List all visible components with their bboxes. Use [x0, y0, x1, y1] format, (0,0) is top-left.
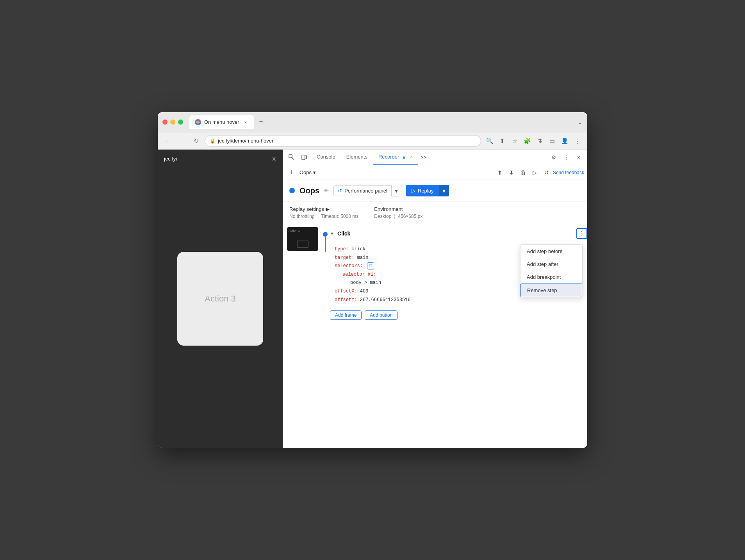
search-icon[interactable]: 🔍 — [484, 136, 495, 146]
recording-select[interactable]: Oops ▾ — [299, 169, 316, 175]
minimize-button[interactable] — [170, 119, 175, 125]
tab-close-icon[interactable]: × — [242, 119, 249, 125]
step-collapse-icon[interactable]: ▼ — [330, 231, 334, 236]
inspect-element-icon[interactable] — [286, 152, 297, 163]
title-bar: 🎯 On menu hover × + ⌄ — [158, 112, 587, 132]
step-actions-row: Add frame Add button — [330, 307, 587, 321]
sidebar-icon[interactable]: ▭ — [547, 136, 558, 146]
code-offsetX-val: 409 — [360, 289, 369, 294]
env-size-label: 456×685 px — [398, 214, 422, 219]
add-breakpoint-label: Add breakpoint — [527, 274, 561, 280]
tab-recorder[interactable]: Recorder ▲ × — [373, 150, 418, 165]
thumbnail-image: Action 1 — [287, 227, 318, 251]
send-feedback-link[interactable]: Send feedback — [553, 170, 584, 175]
replay-settings-arrow: ▶ — [326, 206, 330, 212]
profile-icon[interactable]: 👤 — [559, 136, 570, 146]
undo-recording-icon[interactable]: ↺ — [541, 167, 552, 178]
replay-settings-subtitle: No throttling Timeout: 5000 ms — [289, 214, 358, 219]
step-kebab-button[interactable]: ⋮ Add step before Add step after — [576, 228, 587, 239]
add-step-after-item[interactable]: Add step after — [520, 258, 582, 271]
replay-icon: ▷ — [412, 188, 415, 194]
replay-label: Replay — [418, 188, 433, 194]
sub-toolbar-icons: ⬆ ⬇ 🗑 ▷ ↺ Send feedback — [494, 167, 584, 178]
code-offsetY-key: offsetY: — [335, 297, 357, 303]
step-dot — [323, 232, 328, 237]
remove-step-label: Remove step — [527, 287, 557, 293]
step-thumbnail: Action 1 — [283, 224, 322, 254]
replay-chevron-icon: ▾ — [442, 187, 446, 194]
nav-icons: 🔍 ⬆ ☆ 🧩 ⚗ ▭ 👤 ⋮ — [484, 136, 583, 146]
more-options-icon[interactable]: ⋮ — [572, 136, 583, 146]
step-type-label: Click — [337, 230, 350, 237]
add-frame-button[interactable]: Add frame — [330, 310, 362, 320]
replay-settings-title[interactable]: Replay settings ▶ — [289, 206, 358, 212]
perf-panel-label: Performance panel — [344, 188, 387, 194]
extensions-icon[interactable]: 🧩 — [522, 136, 533, 146]
star-icon[interactable]: ☆ — [509, 136, 520, 146]
maximize-button[interactable] — [178, 119, 183, 125]
replay-settings-section: Replay settings ▶ No throttling Timeout:… — [289, 206, 358, 219]
remove-step-item[interactable]: Remove step — [520, 284, 582, 297]
add-breakpoint-item[interactable]: Add breakpoint — [520, 271, 582, 284]
tab-favicon: 🎯 — [195, 119, 201, 125]
environment-label: Environment — [374, 206, 403, 212]
svg-rect-1 — [302, 155, 305, 160]
steps-area: Action 1 ▼ — [283, 224, 587, 448]
tab-elements[interactable]: Elements — [341, 150, 373, 165]
env-divider — [394, 214, 395, 219]
sun-icon[interactable]: ☀ — [271, 155, 277, 164]
recording-dropdown-icon: ▾ — [313, 169, 316, 175]
devtools-tabs: Console Elements Recorder ▲ × >> — [311, 150, 547, 165]
new-tab-button[interactable]: + — [256, 117, 267, 128]
close-button[interactable] — [162, 119, 168, 125]
refresh-button[interactable]: ↻ — [191, 136, 201, 146]
devtools-settings-icon[interactable]: ⚙ — [548, 152, 559, 163]
add-step-before-item[interactable]: Add step before — [520, 245, 582, 258]
environment-section: Environment Desktop 456×685 px — [374, 206, 422, 219]
delete-recording-icon[interactable]: 🗑 — [518, 167, 529, 178]
code-selectors-key: selectors: — [335, 263, 363, 269]
more-devtools-tabs[interactable]: >> — [418, 154, 429, 160]
perf-panel-group: ↺ Performance panel ▾ — [333, 185, 401, 196]
perf-panel-button[interactable]: ↺ Performance panel — [333, 185, 391, 196]
recorder-indicator: ▲ — [401, 154, 406, 160]
code-offsetY-val: 367.66666412353516 — [360, 297, 411, 303]
upload-recording-icon[interactable]: ⬆ — [494, 167, 505, 178]
add-recording-button[interactable]: + — [286, 167, 297, 178]
devtools-panel: Console Elements Recorder ▲ × >> — [283, 150, 587, 448]
device-toggle-icon[interactable] — [299, 152, 310, 163]
selector-cursor-icon[interactable]: ⬚ — [367, 262, 374, 269]
recording-header-row: Oops ✏ ↺ Performance panel ▾ ▷ — [283, 180, 587, 202]
tab-console[interactable]: Console — [311, 150, 341, 165]
flask-icon[interactable]: ⚗ — [534, 136, 545, 146]
devtools-sub-toolbar: + Oops ▾ ⬆ ⬇ 🗑 ▷ ↺ Send feedback — [283, 165, 587, 180]
play-recording-icon[interactable]: ▷ — [529, 167, 540, 178]
settings-divider — [318, 214, 318, 219]
back-button[interactable]: ← — [162, 136, 173, 146]
replay-dropdown-button[interactable]: ▾ — [439, 185, 449, 196]
active-tab[interactable]: 🎯 On menu hover × — [189, 115, 254, 129]
step-row: Action 1 ▼ — [283, 224, 587, 325]
code-selector1-key: selector #1: — [342, 272, 376, 277]
share-icon[interactable]: ⬆ — [497, 136, 508, 146]
download-recording-icon[interactable]: ⬇ — [506, 167, 517, 178]
step-content: ▼ Click ⋮ Add step before — [328, 224, 587, 325]
devtools-more-icon[interactable]: ⋮ — [561, 152, 572, 163]
code-offsetX-key: offsetX: — [335, 289, 357, 294]
perf-panel-dropdown-button[interactable]: ▾ — [391, 185, 401, 196]
more-tabs-button[interactable]: ⌄ — [577, 118, 583, 126]
tab-recorder-content: Recorder ▲ × — [378, 154, 413, 160]
replay-settings-label: Replay settings — [289, 206, 324, 212]
edit-recording-icon[interactable]: ✏ — [324, 187, 329, 194]
environment-subtitle: Desktop 456×685 px — [374, 214, 422, 219]
forward-button[interactable]: → — [176, 136, 187, 146]
add-button-button[interactable]: Add button — [365, 310, 397, 320]
devtools-close-icon[interactable]: × — [573, 152, 584, 163]
address-bar[interactable]: 🔒 jec.fyi/demo/menu-hover — [205, 135, 481, 147]
perf-panel-icon: ↺ — [338, 188, 342, 194]
replay-button[interactable]: ▷ Replay — [406, 185, 439, 196]
recorder-tab-close[interactable]: × — [410, 154, 413, 160]
code-target-val: main — [357, 255, 369, 260]
code-target-key: target: — [335, 255, 354, 260]
action-text: Action 3 — [205, 294, 236, 304]
